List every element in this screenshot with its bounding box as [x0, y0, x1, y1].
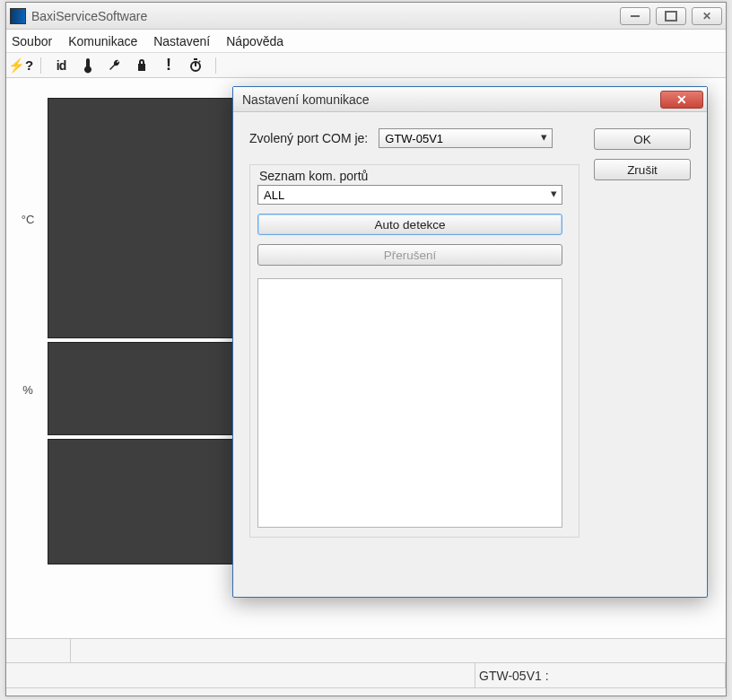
status-strip: GTW-05V1 : [6, 638, 726, 696]
auto-detect-button[interactable]: Auto detekce [257, 214, 562, 235]
dialog-close-button[interactable]: ✕ [660, 91, 703, 109]
menu-help[interactable]: Nápověda [226, 34, 283, 48]
comm-settings-dialog: Nastavení komunikace ✕ Zvolený port COM … [232, 86, 708, 598]
port-label: Zvolený port COM je: [249, 131, 368, 145]
thermometer-icon[interactable] [79, 57, 97, 74]
axis-unit-celsius: °C [10, 98, 46, 340]
abort-label: Přerušení [384, 249, 437, 262]
titlebar: BaxiServiceSoftware [6, 3, 726, 30]
cancel-button[interactable]: Zrušit [594, 159, 691, 180]
plug-question-icon[interactable]: ⚡? [12, 57, 30, 74]
ports-list-combo[interactable]: ALL [257, 185, 562, 205]
status-row-2: GTW-05V1 : [6, 663, 726, 688]
minimize-button[interactable] [620, 7, 650, 25]
exclaim-icon[interactable]: ! [160, 57, 178, 74]
status-port-cell: GTW-05V1 : [475, 663, 726, 687]
window-controls [620, 7, 722, 25]
dialog-right-column: OK Zrušit [594, 128, 691, 584]
close-button[interactable] [692, 7, 722, 25]
cancel-label: Zrušit [627, 163, 658, 177]
lock-icon[interactable] [133, 57, 151, 74]
dialog-title-text: Nastavení komunikace [242, 92, 370, 107]
wrench-icon[interactable] [106, 57, 124, 74]
ports-group-label: Seznam kom. portů [259, 169, 571, 183]
port-combo-wrap: GTW-05V1 [379, 128, 553, 148]
toolbar: ⚡? id ! [6, 53, 726, 78]
toolbar-separator [215, 57, 216, 74]
status-cell-1b [71, 639, 726, 662]
menubar: Soubor Komunikace Nastavení Nápověda [6, 30, 726, 53]
abort-button[interactable]: Přerušení [257, 244, 562, 266]
status-row-1 [6, 638, 726, 663]
dialog-left-column: Zvolený port COM je: GTW-05V1 Seznam kom… [249, 128, 580, 584]
maximize-button[interactable] [656, 7, 686, 25]
menu-communication[interactable]: Komunikace [68, 34, 137, 48]
menu-settings[interactable]: Nastavení [153, 34, 210, 48]
ok-label: OK [633, 133, 651, 146]
axis-unit-percent: % [10, 340, 46, 439]
stopwatch-icon[interactable] [187, 57, 205, 74]
port-combo[interactable]: GTW-05V1 [379, 128, 553, 148]
toolbar-separator [40, 57, 41, 74]
status-port-text: GTW-05V1 : [479, 669, 549, 683]
ok-button[interactable]: OK [594, 128, 691, 150]
dialog-titlebar: Nastavení komunikace ✕ [233, 87, 707, 112]
ports-list-wrap: ALL [257, 185, 562, 205]
menu-file[interactable]: Soubor [12, 34, 52, 48]
auto-detect-label: Auto detekce [375, 218, 446, 232]
detected-ports-listbox[interactable] [257, 278, 562, 528]
axis-column: °C % [10, 98, 46, 439]
ports-group: Seznam kom. portů ALL Auto detekce Přeru… [249, 164, 580, 538]
status-cell-1a [6, 639, 71, 662]
app-icon [10, 8, 26, 24]
port-row: Zvolený port COM je: GTW-05V1 [249, 128, 580, 148]
dialog-body: Zvolený port COM je: GTW-05V1 Seznam kom… [233, 112, 707, 597]
id-icon[interactable]: id [52, 57, 70, 74]
window-title: BaxiServiceSoftware [31, 9, 620, 23]
